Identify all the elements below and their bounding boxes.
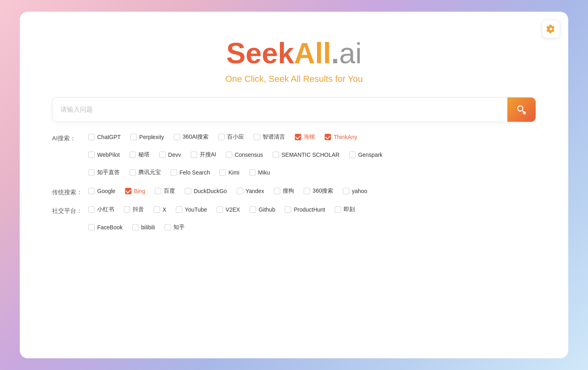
option-devv[interactable]: Devv <box>159 151 181 158</box>
option-webpilot[interactable]: WebPilot <box>88 151 120 158</box>
option-zhipu[interactable]: 智谱清言 <box>254 133 285 141</box>
ai-search-label: AI搜索： <box>52 133 88 142</box>
option-perplexity[interactable]: Perplexity <box>130 133 164 141</box>
option-xiaohongshu[interactable]: 小红书 <box>88 206 114 213</box>
option-miku[interactable]: Miku <box>249 169 270 176</box>
settings-button[interactable] <box>542 20 560 38</box>
checkbox-devv[interactable] <box>159 152 166 158</box>
option-v2ex[interactable]: V2EX <box>217 206 240 213</box>
checkbox-thinkany[interactable] <box>325 134 331 140</box>
option-kimi[interactable]: Kimi <box>219 169 239 176</box>
option-baixiaoying[interactable]: 百小应 <box>218 133 244 141</box>
checkbox-x[interactable] <box>154 206 160 213</box>
option-x[interactable]: X <box>154 206 166 213</box>
label-v2ex: V2EX <box>225 206 240 213</box>
logo-ai: ai <box>339 37 362 69</box>
checkbox-chatgpt[interactable] <box>88 134 95 140</box>
checkbox-google[interactable] <box>88 188 95 194</box>
checkbox-douyin[interactable] <box>124 206 130 213</box>
checkbox-sougou[interactable] <box>274 188 280 194</box>
search-input[interactable] <box>52 99 507 121</box>
checkbox-zhihu-direct[interactable] <box>88 169 95 176</box>
option-chatgpt[interactable]: ChatGPT <box>88 133 121 141</box>
checkbox-mita[interactable] <box>129 152 136 158</box>
checkbox-facebook[interactable] <box>88 224 95 231</box>
label-producthunt: ProductHunt <box>294 206 325 213</box>
checkbox-miku[interactable] <box>249 169 256 176</box>
checkbox-producthunt[interactable] <box>285 206 291 213</box>
label-perplexity: Perplexity <box>139 134 164 140</box>
label-bilibili: bilibili <box>141 224 155 231</box>
option-youtube[interactable]: YouTube <box>176 206 207 213</box>
checkbox-baidu[interactable] <box>155 188 161 194</box>
gear-icon <box>546 25 555 33</box>
option-github[interactable]: Github <box>250 206 275 213</box>
traditional-search-section: 传统搜索： Google Bing 百度 DuckDuckGo Yandex <box>52 187 536 199</box>
checkbox-kimi[interactable] <box>219 169 226 176</box>
option-360ai[interactable]: 360AI搜索 <box>174 133 209 141</box>
option-bing[interactable]: Bing <box>125 187 145 195</box>
option-genspark[interactable]: Genspark <box>349 151 383 158</box>
label-github: Github <box>259 206 275 213</box>
option-kaisouai[interactable]: 开搜AI <box>191 151 216 158</box>
label-semantic: SEMANTIC SCHOLAR <box>281 152 340 158</box>
option-producthunt[interactable]: ProductHunt <box>285 206 325 213</box>
checkbox-bilibili[interactable] <box>132 224 139 231</box>
label-google: Google <box>97 188 115 194</box>
checkbox-yandex[interactable] <box>237 188 243 194</box>
tagline: One Click, Seek All Results for You <box>52 74 536 84</box>
checkbox-youtube[interactable] <box>176 206 182 213</box>
checkbox-baixiaoying[interactable] <box>218 134 225 140</box>
label-kaisouai: 开搜AI <box>200 151 216 158</box>
checkbox-kaisouai[interactable] <box>191 152 197 158</box>
option-sougou[interactable]: 搜狗 <box>274 187 294 195</box>
label-chatgpt: ChatGPT <box>97 134 121 140</box>
checkbox-yahoo[interactable] <box>343 188 349 194</box>
checkbox-duckduckgo[interactable] <box>185 188 191 194</box>
checkbox-zhipu[interactable] <box>254 134 260 140</box>
checkbox-360ai[interactable] <box>174 134 180 140</box>
option-google[interactable]: Google <box>88 187 115 195</box>
checkbox-jike[interactable] <box>335 206 341 213</box>
checkbox-tencent[interactable] <box>129 169 136 176</box>
label-360search: 360搜索 <box>313 187 333 195</box>
checkbox-xiaohongshu[interactable] <box>88 206 95 213</box>
option-zhihu[interactable]: 知乎 <box>165 224 185 231</box>
label-youtube: YouTube <box>185 206 207 213</box>
checkbox-felo[interactable] <box>171 169 177 176</box>
option-thinkany[interactable]: ThinkAny <box>325 133 357 141</box>
checkbox-perplexity[interactable] <box>130 134 137 140</box>
option-360search[interactable]: 360搜索 <box>304 187 333 195</box>
label-haicuo: 海螺 <box>304 133 315 141</box>
traditional-search-options: Google Bing 百度 DuckDuckGo Yandex 搜狗 <box>88 187 536 199</box>
option-mita[interactable]: 秘塔 <box>129 151 150 158</box>
option-semantic[interactable]: SEMANTIC SCHOLAR <box>273 151 340 158</box>
option-bilibili[interactable]: bilibili <box>132 224 155 231</box>
option-yandex[interactable]: Yandex <box>237 187 264 195</box>
checkbox-360search[interactable] <box>304 188 310 194</box>
option-yahoo[interactable]: yahoo <box>343 187 367 195</box>
option-tencent[interactable]: 腾讯元宝 <box>129 169 161 176</box>
social-platform-label: 社交平台： <box>52 206 88 215</box>
checkbox-haicuo[interactable] <box>295 134 301 140</box>
checkbox-github[interactable] <box>250 206 256 213</box>
checkbox-webpilot[interactable] <box>88 152 95 158</box>
checkbox-bing[interactable] <box>125 188 131 194</box>
checkbox-consensus[interactable] <box>226 152 232 158</box>
option-zhihu-direct[interactable]: 知乎直答 <box>88 169 120 176</box>
option-felo[interactable]: Felo Search <box>171 169 210 176</box>
option-facebook[interactable]: FaceBook <box>88 224 123 231</box>
label-baixiaoying: 百小应 <box>227 133 244 141</box>
checkbox-v2ex[interactable] <box>217 206 223 213</box>
search-button[interactable] <box>507 98 536 122</box>
checkbox-genspark[interactable] <box>349 152 356 158</box>
option-douyin[interactable]: 抖音 <box>124 206 144 213</box>
checkbox-zhihu[interactable] <box>165 224 171 231</box>
option-consensus[interactable]: Consensus <box>226 151 263 158</box>
option-duckduckgo[interactable]: DuckDuckGo <box>185 187 227 195</box>
option-jike[interactable]: 即刻 <box>335 206 355 213</box>
option-baidu[interactable]: 百度 <box>155 187 175 195</box>
checkbox-semantic[interactable] <box>273 152 279 158</box>
option-haicuo[interactable]: 海螺 <box>295 133 315 141</box>
label-yandex: Yandex <box>246 188 264 194</box>
